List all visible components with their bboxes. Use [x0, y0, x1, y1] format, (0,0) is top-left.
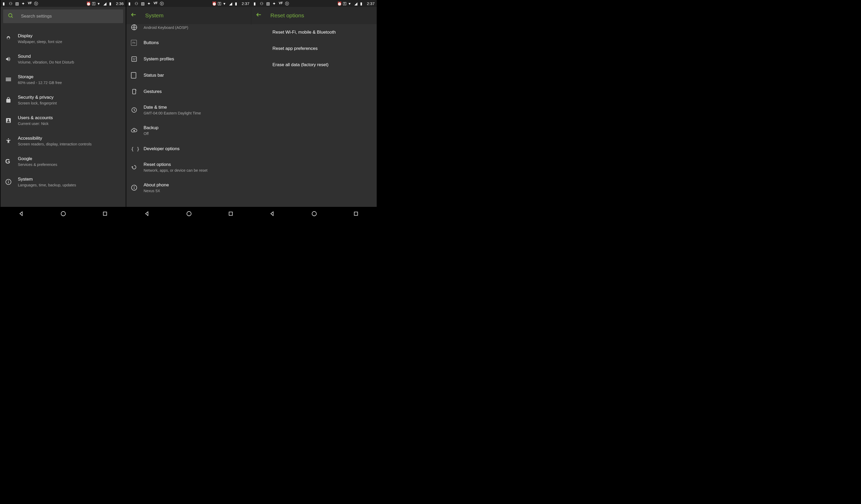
fn-icon: Fn	[131, 40, 144, 46]
nav-back-button[interactable]	[262, 208, 283, 219]
voicemail-icon: ⚇	[260, 1, 264, 5]
nav-home-button[interactable]	[53, 208, 74, 219]
svg-rect-4	[6, 79, 11, 80]
nav-recents-button[interactable]	[345, 208, 367, 219]
system-item-about[interactable]: About phoneNexus 5X	[126, 177, 251, 198]
users-icon	[5, 117, 18, 124]
system-item-reset[interactable]: Reset optionsNetwork, apps, or device ca…	[126, 157, 251, 177]
lock-icon	[5, 97, 18, 103]
vf-icon: VF	[28, 1, 32, 5]
settings-item-display[interactable]: DisplayWallpaper, sleep, font size	[1, 28, 126, 49]
v-circle-icon: Ⓥ	[34, 1, 38, 5]
svg-point-25	[312, 212, 316, 216]
nav-recents-button[interactable]	[95, 208, 115, 219]
settings-item-accessibility[interactable]: AccessibilityScreen readers, display, in…	[1, 131, 126, 151]
alarm-icon: ⏰	[212, 1, 216, 5]
signal-icon: ◢	[229, 1, 233, 5]
settings-item-users[interactable]: Users & accountsCurrent user: Nick	[1, 110, 126, 131]
system-item-gestures[interactable]: Gestures	[126, 83, 251, 100]
reset-item-wifi[interactable]: Reset Wi-Fi, mobile & Bluetooth	[251, 24, 377, 40]
status-bar: ▮ ⚇ ▧ ✦ VF Ⓥ ⏰ ⚿ ▾ ◢ ▮ 2:37	[126, 0, 251, 7]
nav-home-button[interactable]	[304, 208, 325, 219]
navigation-bar	[1, 207, 126, 220]
system-item-statusbar[interactable]: Status bar	[126, 67, 251, 83]
svg-rect-18	[133, 89, 136, 94]
nav-home-button[interactable]	[178, 208, 200, 219]
svg-rect-13	[103, 212, 107, 216]
phone-screen-reset: ▮ ⚇ ▧ ✦ VF Ⓥ ⏰ ⚿ ▾ ◢ ▮ 2:37 Reset option…	[251, 0, 377, 220]
search-placeholder: Search settings	[21, 14, 52, 19]
battery-small-icon: ▮	[128, 1, 133, 5]
svg-rect-15	[132, 57, 137, 62]
app-bar: Reset options	[251, 7, 377, 24]
photo-icon: ▧	[266, 1, 270, 5]
accessibility-icon	[5, 138, 18, 144]
svg-point-12	[61, 212, 65, 216]
system-item-backup[interactable]: BackupOff	[126, 120, 251, 141]
svg-point-0	[9, 14, 12, 17]
system-item-profiles[interactable]: System profiles	[126, 51, 251, 67]
back-button[interactable]	[131, 12, 137, 19]
settings-item-google[interactable]: G GoogleServices & preferences	[1, 151, 126, 172]
braces-icon: { }	[131, 146, 144, 152]
signal-icon: ◢	[104, 1, 108, 5]
svg-point-16	[133, 58, 134, 59]
svg-rect-26	[354, 212, 357, 216]
battery-small-icon: ▮	[3, 1, 7, 5]
clock-text: 2:37	[367, 1, 374, 6]
status-bar: ▮ ⚇ ▧ ✦ VF Ⓥ ⏰ ⚿ ▾ ◢ ▮ 2:36	[1, 0, 126, 7]
system-item-languages[interactable]: Android Keyboard (AOSP)	[126, 24, 251, 35]
settings-item-sound[interactable]: SoundVolume, vibration, Do Not Disturb	[1, 49, 126, 69]
key-icon: ⚿	[92, 1, 96, 5]
reset-item-apps[interactable]: Reset app preferences	[251, 40, 377, 57]
profiles-icon	[131, 56, 144, 62]
clock-icon	[131, 107, 144, 113]
info-icon	[131, 185, 144, 191]
voicemail-icon: ⚇	[135, 1, 139, 5]
svg-point-2	[8, 37, 10, 39]
svg-line-1	[12, 16, 13, 18]
v-circle-icon: Ⓥ	[285, 1, 289, 5]
statusbar-icon	[131, 72, 144, 79]
search-icon	[8, 13, 14, 20]
system-item-buttons[interactable]: Fn Buttons	[126, 35, 251, 51]
phone-screen-settings: ▮ ⚇ ▧ ✦ VF Ⓥ ⏰ ⚿ ▾ ◢ ▮ 2:36 Search setti…	[1, 0, 126, 220]
back-button[interactable]	[256, 12, 262, 19]
gestures-icon	[131, 88, 144, 95]
phone-screen-system: ▮ ⚇ ▧ ✦ VF Ⓥ ⏰ ⚿ ▾ ◢ ▮ 2:37 System Andro…	[126, 0, 251, 220]
clock-text: 2:37	[242, 1, 249, 6]
svg-point-17	[135, 58, 135, 59]
settings-item-system[interactable]: SystemLanguages, time, backup, updates	[1, 172, 126, 192]
alarm-icon: ⏰	[337, 1, 341, 5]
svg-rect-11	[8, 182, 9, 183]
reset-item-factory[interactable]: Erase all data (factory reset)	[251, 57, 377, 73]
svg-rect-24	[229, 212, 232, 216]
svg-point-7	[8, 119, 9, 121]
leaf-icon: ✦	[272, 1, 277, 5]
svg-rect-22	[134, 188, 134, 189]
svg-point-10	[8, 181, 9, 181]
page-title: System	[145, 12, 164, 19]
reset-list[interactable]: Reset Wi-Fi, mobile & Bluetooth Reset ap…	[251, 24, 377, 207]
system-item-developer[interactable]: { } Developer options	[126, 141, 251, 157]
storage-icon	[5, 77, 18, 83]
nav-back-button[interactable]	[137, 208, 158, 219]
v-circle-icon: Ⓥ	[160, 1, 164, 5]
nav-back-button[interactable]	[11, 208, 32, 219]
alarm-icon: ⏰	[86, 1, 90, 5]
voicemail-icon: ⚇	[9, 1, 13, 5]
settings-list[interactable]: DisplayWallpaper, sleep, font size Sound…	[1, 23, 126, 207]
page-title: Reset options	[270, 12, 304, 19]
key-icon: ⚿	[218, 1, 222, 5]
search-settings-input[interactable]: Search settings	[3, 10, 123, 23]
svg-rect-5	[6, 80, 11, 81]
system-item-datetime[interactable]: Date & timeGMT-04:00 Eastern Daylight Ti…	[126, 100, 251, 120]
system-list[interactable]: Android Keyboard (AOSP) Fn Buttons Syste…	[126, 24, 251, 207]
svg-point-21	[134, 186, 135, 187]
settings-item-security[interactable]: Security & privacyScreen lock, fingerpri…	[1, 90, 126, 110]
settings-item-storage[interactable]: Storage60% used - 12.72 GB free	[1, 69, 126, 90]
svg-point-8	[8, 138, 9, 139]
google-icon: G	[5, 158, 18, 165]
nav-recents-button[interactable]	[220, 208, 241, 219]
status-bar: ▮ ⚇ ▧ ✦ VF Ⓥ ⏰ ⚿ ▾ ◢ ▮ 2:37	[251, 0, 377, 7]
